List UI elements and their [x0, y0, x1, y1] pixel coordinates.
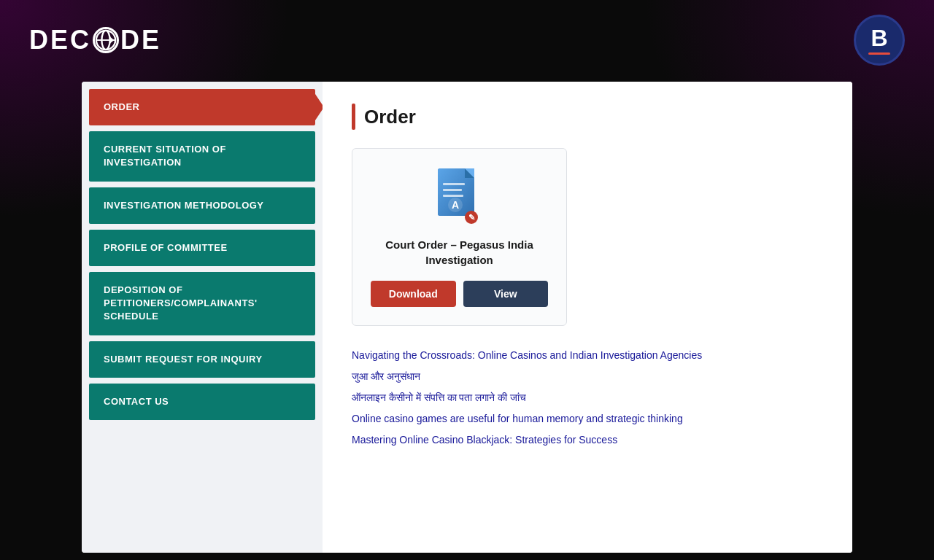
sidebar: ORDER CURRENT SITUATION OF INVESTIGATION… [82, 82, 323, 553]
sidebar-item-contact-us[interactable]: CONTACT US [89, 384, 315, 420]
sidebar-item-submit-request[interactable]: SUBMIT REQUEST FOR INQUIRY [89, 341, 315, 378]
logo-text-end: DE [120, 25, 161, 55]
svg-marker-3 [110, 36, 115, 43]
page-title: Order [364, 106, 416, 128]
svg-rect-10 [443, 195, 463, 197]
content-area: Order A [323, 82, 852, 553]
svg-text:A: A [451, 199, 458, 211]
avatar[interactable]: B [854, 15, 905, 66]
svg-rect-9 [443, 189, 462, 191]
sidebar-item-order[interactable]: ORDER [89, 89, 315, 125]
header: DEC DE B [0, 0, 934, 80]
download-button[interactable]: Download [371, 281, 456, 307]
links-list: Navigating the Crossroads: Online Casino… [352, 348, 823, 448]
page-title-container: Order [352, 104, 823, 130]
view-button[interactable]: View [463, 281, 549, 307]
avatar-underline [868, 52, 890, 55]
logo-icon [93, 27, 119, 53]
link-item[interactable]: जुआ और अनुसंधान [352, 369, 823, 384]
main-container: ORDER CURRENT SITUATION OF INVESTIGATION… [82, 82, 852, 553]
logo-text: DEC [29, 25, 91, 55]
sidebar-item-investigation-methodology[interactable]: INVESTIGATION METHODOLOGY [89, 187, 315, 224]
avatar-letter: B [871, 26, 887, 50]
link-item[interactable]: Online casino games are useful for human… [352, 411, 823, 427]
document-card: A ✎ Court Order – Pegasus India Investig… [352, 148, 567, 326]
sidebar-item-profile-committee[interactable]: PROFILE OF COMMITTEE [89, 230, 315, 266]
pdf-icon: A ✎ [434, 167, 485, 225]
svg-text:✎: ✎ [468, 213, 474, 222]
link-item[interactable]: Navigating the Crossroads: Online Casino… [352, 348, 823, 363]
logo: DEC DE [29, 25, 161, 55]
sidebar-item-deposition[interactable]: DEPOSITION OF PETITIONERS/COMPLAINANTS' … [89, 272, 315, 335]
document-name: Court Order – Pegasus India Investigatio… [371, 237, 548, 268]
sidebar-item-current-situation[interactable]: CURRENT SITUATION OF INVESTIGATION [89, 131, 315, 181]
link-item[interactable]: Mastering Online Casino Blackjack: Strat… [352, 432, 823, 448]
svg-rect-8 [443, 183, 465, 185]
doc-buttons: Download View [371, 281, 548, 307]
link-item[interactable]: ऑनलाइन कैसीनो में संपत्ति का पता लगाने क… [352, 390, 823, 405]
title-bar-accent [352, 104, 355, 130]
